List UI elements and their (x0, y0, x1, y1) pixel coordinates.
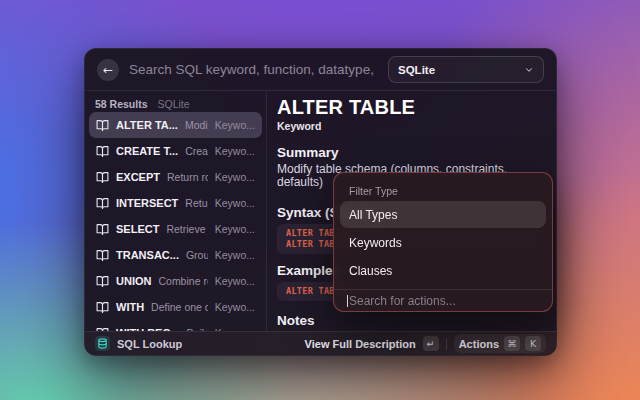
footer-divider (446, 338, 447, 350)
list-item[interactable]: INTERSECT Return ro... Keywo... (89, 190, 262, 216)
list-item-subtitle: Retrieve colu... (166, 223, 207, 235)
list-item-title: SELECT (116, 223, 159, 235)
engine-dropdown[interactable]: SQLite (388, 56, 544, 83)
list-item-subtitle: Combine resul... (158, 275, 207, 287)
results-list: ALTER TA... Modify ta... Keywo... CREATE… (89, 112, 262, 331)
list-item-type: Keywo... (215, 301, 255, 313)
back-button[interactable]: ← (97, 59, 119, 81)
book-open-icon (96, 171, 109, 184)
k-key-icon: K (525, 336, 541, 351)
engine-dropdown-value: SQLite (398, 64, 435, 76)
results-sidebar: 58 Results SQLite ALTER TA... Modify (85, 91, 267, 331)
popup-section-label: Filter Type (340, 173, 546, 201)
list-item[interactable]: ALTER TA... Modify ta... Keywo... (89, 112, 262, 138)
list-item-title: ALTER TA... (116, 119, 178, 131)
list-item[interactable]: EXCEPT Return rows f... Keywo... (89, 164, 262, 190)
arrow-left-icon: ← (103, 63, 113, 77)
summary-heading: Summary (277, 146, 544, 160)
filter-option[interactable]: All Types (340, 201, 546, 228)
book-open-icon (96, 197, 109, 210)
list-item-title: CREATE T... (116, 145, 178, 157)
results-engine-label: SQLite (158, 98, 190, 110)
filter-option-label: All Types (349, 208, 397, 222)
list-item-type: Keywo... (215, 171, 255, 183)
database-icon (95, 336, 110, 351)
filter-options-list: All Types Keywords Clauses (340, 201, 546, 284)
book-open-icon (96, 145, 109, 158)
results-header: 58 Results SQLite (89, 96, 262, 112)
list-item-title: WITH (116, 301, 144, 313)
list-item[interactable]: CREATE T... Create a... Keywo... (89, 138, 262, 164)
list-item-subtitle: Modify ta... (185, 119, 208, 131)
text-caret (347, 295, 348, 307)
footer-actions: View Full Description ↵ Actions ⌘ K (305, 334, 546, 353)
list-item[interactable]: UNION Combine resul... Keywo... (89, 268, 262, 294)
book-open-icon (96, 275, 109, 288)
list-item-type: Keywo... (215, 223, 255, 235)
filter-option[interactable]: Clauses (340, 257, 546, 284)
list-item-type: Keywo... (215, 197, 255, 209)
book-open-icon (96, 301, 109, 314)
list-item-subtitle: Return rows f... (167, 171, 208, 183)
search-bar: ← SQLite (85, 49, 556, 91)
list-item[interactable]: SELECT Retrieve colu... Keywo... (89, 216, 262, 242)
app-name: SQL Lookup (117, 338, 182, 350)
type-badge: Keyword (277, 120, 544, 132)
list-item[interactable]: TRANSAC... Group st... Keywo... (89, 242, 262, 268)
list-item-subtitle: Define one or m... (151, 301, 208, 313)
book-open-icon (96, 223, 109, 236)
list-item-title: EXCEPT (116, 171, 160, 183)
search-input[interactable] (129, 62, 378, 77)
page-title: ALTER TABLE (277, 96, 544, 118)
book-open-icon (96, 249, 109, 262)
list-item-subtitle: Group st... (186, 249, 208, 261)
filter-option-label: Keywords (349, 236, 402, 250)
list-item-subtitle: Create a... (185, 145, 208, 157)
list-item-title: TRANSAC... (116, 249, 179, 261)
primary-action-button[interactable]: View Full Description (305, 338, 416, 350)
filter-type-popup: Filter Type All Types Keywords Clauses (333, 172, 553, 312)
list-item-type: Keywo... (215, 119, 255, 131)
list-item-title: INTERSECT (116, 197, 178, 209)
actions-button[interactable]: Actions ⌘ K (454, 334, 546, 353)
actions-label: Actions (459, 338, 499, 350)
filter-option-label: Clauses (349, 264, 392, 278)
chevron-down-icon (524, 65, 534, 75)
list-item-subtitle: Return ro... (185, 197, 207, 209)
footer-bar: SQL Lookup View Full Description ↵ Actio… (85, 331, 556, 355)
results-count: 58 Results (95, 98, 148, 110)
list-item-title: UNION (116, 275, 151, 287)
list-item-type: Keywo... (215, 275, 255, 287)
cmd-key-icon: ⌘ (504, 336, 520, 351)
list-item[interactable]: WITH REC... Build rec... Keywo... (89, 320, 262, 331)
filter-option[interactable]: Keywords (340, 229, 546, 256)
actions-search (334, 289, 552, 311)
book-open-icon (96, 119, 109, 132)
enter-key-icon: ↵ (423, 336, 439, 351)
notes-heading: Notes (277, 314, 544, 328)
list-item[interactable]: WITH Define one or m... Keywo... (89, 294, 262, 320)
actions-search-input[interactable] (349, 294, 539, 308)
list-item-type: Keywo... (215, 145, 255, 157)
list-item-type: Keywo... (215, 249, 255, 261)
